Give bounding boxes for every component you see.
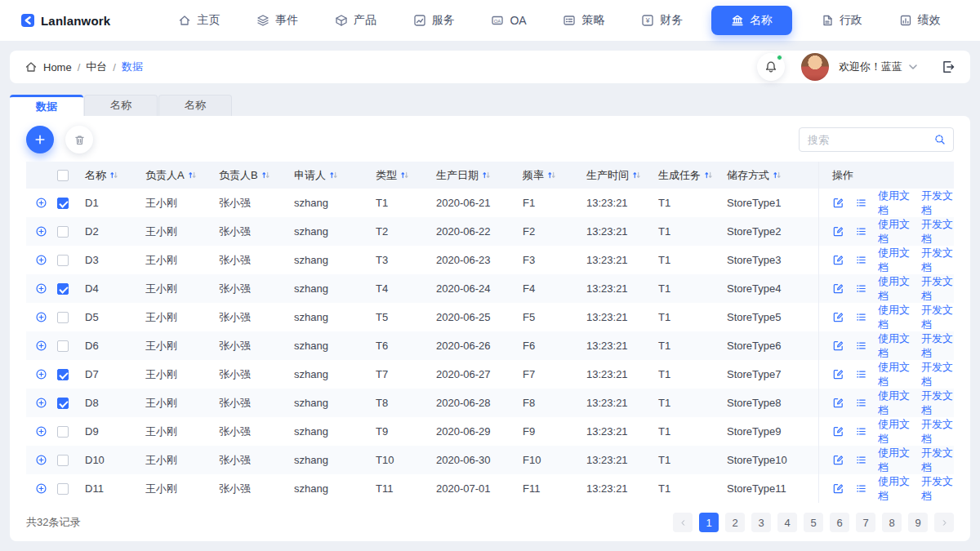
sort-icon[interactable] <box>328 170 339 180</box>
op-link-1[interactable]: 开发文档 <box>921 360 954 389</box>
op-link-1[interactable]: 开发文档 <box>921 303 954 332</box>
page-button-9[interactable]: 9 <box>908 513 928 532</box>
expand-row-icon[interactable] <box>35 254 47 266</box>
op-link-0[interactable]: 使用文档 <box>878 389 911 418</box>
expand-row-icon[interactable] <box>35 425 47 438</box>
row-checkbox[interactable] <box>57 340 69 352</box>
page-button-6[interactable]: 6 <box>830 513 849 532</box>
op-link-1[interactable]: 开发文档 <box>921 331 954 361</box>
op-link-1[interactable]: 开发文档 <box>921 189 954 218</box>
op-link-1[interactable]: 开发文档 <box>921 246 954 275</box>
op-link-1[interactable]: 开发文档 <box>921 389 954 418</box>
row-checkbox[interactable] <box>57 198 69 209</box>
page-button-7[interactable]: 7 <box>856 513 875 532</box>
op-link-0[interactable]: 使用文档 <box>878 217 911 247</box>
list-icon[interactable] <box>855 197 867 209</box>
logout-button[interactable] <box>941 60 956 74</box>
edit-icon[interactable] <box>832 197 844 209</box>
breadcrumb-home[interactable]: Home <box>43 61 72 73</box>
op-link-0[interactable]: 使用文档 <box>878 246 911 275</box>
page-button-8[interactable]: 8 <box>882 513 902 532</box>
search-input[interactable] <box>808 134 933 146</box>
next-page-button[interactable] <box>934 513 954 532</box>
edit-icon[interactable] <box>832 311 844 323</box>
expand-row-icon[interactable] <box>35 225 47 238</box>
tab-2[interactable]: 名称 <box>158 95 232 116</box>
edit-icon[interactable] <box>832 225 844 238</box>
row-checkbox[interactable] <box>57 255 69 266</box>
list-icon[interactable] <box>855 254 867 266</box>
row-checkbox[interactable] <box>57 483 69 495</box>
edit-icon[interactable] <box>832 482 844 495</box>
op-link-0[interactable]: 使用文档 <box>878 331 911 361</box>
delete-button[interactable] <box>65 126 93 153</box>
row-checkbox[interactable] <box>57 426 69 438</box>
expand-row-icon[interactable] <box>35 282 47 295</box>
op-link-1[interactable]: 开发文档 <box>921 474 954 504</box>
list-icon[interactable] <box>855 482 867 495</box>
row-checkbox[interactable] <box>57 398 69 409</box>
nav-item-products[interactable]: 产品 <box>327 7 385 34</box>
expand-row-icon[interactable] <box>35 340 47 352</box>
page-button-1[interactable]: 1 <box>699 513 719 532</box>
edit-icon[interactable] <box>832 425 844 438</box>
nav-item-home[interactable]: 主页 <box>170 7 228 34</box>
page-button-3[interactable]: 3 <box>751 513 771 532</box>
sort-icon[interactable] <box>399 170 410 180</box>
add-button[interactable] <box>26 126 54 153</box>
row-checkbox[interactable] <box>57 455 69 466</box>
expand-row-icon[interactable] <box>35 311 47 323</box>
op-link-0[interactable]: 使用文档 <box>878 446 911 475</box>
nav-item-services[interactable]: 服务 <box>405 7 463 34</box>
nav-item-admin[interactable]: 行政 <box>813 7 871 34</box>
tab-0[interactable]: 数据 <box>10 95 83 116</box>
user-menu[interactable]: 欢迎你！蓝蓝 <box>839 60 920 74</box>
nav-item-finance[interactable]: ¥财务 <box>633 7 691 34</box>
sort-icon[interactable] <box>481 170 492 180</box>
expand-row-icon[interactable] <box>35 454 47 466</box>
sort-icon[interactable] <box>261 170 271 180</box>
breadcrumb-section[interactable]: 中台 <box>86 60 107 74</box>
breadcrumb-current[interactable]: 数据 <box>122 60 143 74</box>
list-icon[interactable] <box>855 282 867 295</box>
op-link-0[interactable]: 使用文档 <box>878 360 911 389</box>
op-link-0[interactable]: 使用文档 <box>878 274 911 304</box>
sort-icon[interactable] <box>772 170 782 180</box>
edit-icon[interactable] <box>832 254 844 266</box>
nav-item-names[interactable]: 名称 <box>711 6 792 35</box>
nav-item-events[interactable]: 事件 <box>248 7 306 34</box>
list-icon[interactable] <box>855 225 867 238</box>
expand-row-icon[interactable] <box>35 368 47 380</box>
row-checkbox[interactable] <box>57 283 69 295</box>
edit-icon[interactable] <box>832 340 844 352</box>
sort-icon[interactable] <box>703 170 714 180</box>
list-icon[interactable] <box>855 340 867 352</box>
sort-icon[interactable] <box>187 170 198 180</box>
search-icon[interactable] <box>933 133 947 146</box>
row-checkbox[interactable] <box>57 312 69 323</box>
sort-icon[interactable] <box>546 170 557 180</box>
op-link-0[interactable]: 使用文档 <box>878 474 911 504</box>
op-link-0[interactable]: 使用文档 <box>878 303 911 332</box>
row-checkbox[interactable] <box>57 226 69 238</box>
list-icon[interactable] <box>855 425 867 438</box>
page-button-5[interactable]: 5 <box>804 513 823 532</box>
list-icon[interactable] <box>855 311 867 323</box>
op-link-0[interactable]: 使用文档 <box>878 417 911 447</box>
sort-icon[interactable] <box>631 170 642 180</box>
notification-bell-button[interactable] <box>757 53 785 81</box>
op-link-0[interactable]: 使用文档 <box>878 189 911 218</box>
expand-row-icon[interactable] <box>35 397 47 409</box>
sort-icon[interactable] <box>109 170 119 180</box>
op-link-1[interactable]: 开发文档 <box>921 217 954 247</box>
nav-item-strategy[interactable]: 策略 <box>555 7 612 34</box>
op-link-1[interactable]: 开发文档 <box>921 446 954 475</box>
edit-icon[interactable] <box>832 282 844 295</box>
page-button-2[interactable]: 2 <box>725 513 745 532</box>
select-all-checkbox[interactable] <box>57 170 69 181</box>
nav-item-performance[interactable]: 绩效 <box>891 7 949 34</box>
list-icon[interactable] <box>855 368 867 380</box>
expand-row-icon[interactable] <box>35 197 47 209</box>
tab-1[interactable]: 名称 <box>84 95 158 116</box>
edit-icon[interactable] <box>832 368 844 380</box>
